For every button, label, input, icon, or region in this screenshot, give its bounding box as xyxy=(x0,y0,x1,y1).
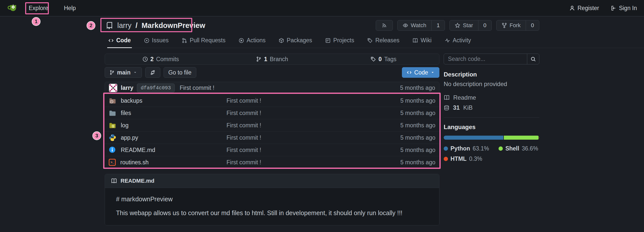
description-text: No description provided xyxy=(444,81,539,88)
readme-line: This webapp allows us to convert our md … xyxy=(116,209,428,217)
languages-title: Languages xyxy=(444,124,539,131)
repo-size: 31 KiB xyxy=(444,104,539,111)
language-bar xyxy=(444,136,539,140)
database-icon xyxy=(444,105,449,111)
star-button[interactable]: Star 0 xyxy=(449,20,492,31)
code-icon xyxy=(407,70,412,75)
top-navbar: Explore Help Register Sign In xyxy=(0,0,644,16)
branch-selector[interactable]: main xyxy=(105,67,142,78)
branches-stat[interactable]: 1 Branch xyxy=(216,54,328,64)
watch-count[interactable]: 1 xyxy=(431,20,445,30)
file-commit-time: 5 months ago xyxy=(397,122,439,129)
repo-header-actions: Watch 1 Star 0 xyxy=(376,20,539,31)
fork-button[interactable]: Fork 0 xyxy=(496,20,539,31)
branch-icon xyxy=(109,70,115,75)
clock-icon xyxy=(142,56,148,62)
nav-explore-link[interactable]: Explore xyxy=(22,5,55,12)
language-segment-python[interactable] xyxy=(444,136,503,140)
chevron-down-icon xyxy=(431,70,435,74)
tab-projects[interactable]: Projects xyxy=(324,37,355,48)
file-commit-time: 5 months ago xyxy=(397,97,439,104)
compare-icon xyxy=(150,70,156,75)
file-commit-message[interactable]: First commit ! xyxy=(226,110,397,117)
issue-icon xyxy=(144,38,149,43)
pull-request-icon xyxy=(182,38,187,43)
tag-icon xyxy=(370,56,376,62)
sign-in-link[interactable]: Sign In xyxy=(611,5,637,12)
sidebar: Description No description provided Read… xyxy=(444,54,539,162)
size-unit: KiB xyxy=(463,104,473,111)
tab-actions[interactable]: Actions xyxy=(238,37,267,48)
tab-activity[interactable]: Activity xyxy=(444,37,472,48)
compare-button[interactable] xyxy=(145,67,160,78)
language-segment-html[interactable] xyxy=(539,136,539,140)
file-commit-message[interactable]: First commit ! xyxy=(226,159,397,166)
language-segment-shell[interactable] xyxy=(504,136,539,140)
star-icon xyxy=(455,23,460,28)
file-row-backups[interactable]: backups First commit ! 5 months ago xyxy=(105,95,439,107)
book-icon xyxy=(412,38,418,43)
tab-code[interactable]: Code xyxy=(107,37,132,48)
tab-issues[interactable]: Issues xyxy=(143,37,170,48)
description-title: Description xyxy=(444,71,539,78)
tab-wiki[interactable]: Wiki xyxy=(411,37,432,48)
tab-releases[interactable]: Releases xyxy=(366,37,400,48)
legend-html[interactable]: HTML 0.3% xyxy=(444,156,539,162)
commit-author[interactable]: larry xyxy=(121,85,133,91)
go-to-file-button[interactable]: Go to file xyxy=(164,67,196,78)
commit-hash[interactable]: dfa9f4c093 xyxy=(137,84,175,92)
tab-packages[interactable]: Packages xyxy=(278,37,313,48)
sign-in-icon xyxy=(611,5,616,11)
repo-name[interactable]: MarkdownPreview xyxy=(141,21,205,30)
fork-count[interactable]: 0 xyxy=(526,20,539,30)
commit-message[interactable]: First commit ! xyxy=(180,85,214,91)
avatar[interactable] xyxy=(109,84,117,92)
latest-commit-panel: larry dfa9f4c093 First commit ! 5 months… xyxy=(105,82,439,94)
legend-python[interactable]: Python 63.1% xyxy=(444,145,489,152)
shell-color-dot xyxy=(499,146,503,151)
file-row-log[interactable]: log First commit ! 5 months ago xyxy=(105,119,439,132)
repo-tabs: Code Issues Pull Requests Actions Packag… xyxy=(107,34,644,48)
gitea-logo-icon[interactable] xyxy=(7,3,19,13)
commits-stat[interactable]: 2 Commits xyxy=(105,54,216,64)
rss-icon xyxy=(382,23,387,28)
readme-link[interactable]: Readme xyxy=(444,94,539,101)
file-commit-message[interactable]: First commit ! xyxy=(226,122,397,129)
file-commit-message[interactable]: First commit ! xyxy=(226,147,397,153)
file-row-app-py[interactable]: app.py First commit ! 5 months ago xyxy=(105,132,439,144)
main-column: 2 Commits 1 Branch 0 Tags xyxy=(105,54,439,225)
file-row-readme-md[interactable]: README.md First commit ! 5 months ago xyxy=(105,144,439,156)
terminal-icon: >_ xyxy=(109,159,116,166)
star-count[interactable]: 0 xyxy=(478,20,491,30)
folder-icon xyxy=(109,109,116,117)
folder-history-icon xyxy=(109,97,116,104)
search-icon xyxy=(531,56,536,62)
repo-stats-bar: 2 Commits 1 Branch 0 Tags xyxy=(105,54,439,65)
nav-help-link[interactable]: Help xyxy=(58,5,81,12)
readme-line: # markdownPreview xyxy=(116,196,428,203)
watch-button[interactable]: Watch 1 xyxy=(397,20,445,31)
fork-icon xyxy=(502,23,507,28)
legend-shell[interactable]: Shell 36.6% xyxy=(499,145,538,152)
readme-panel: README.md # markdownPreview This webapp … xyxy=(105,174,439,225)
code-download-button[interactable]: Code xyxy=(402,67,439,78)
file-commit-message[interactable]: First commit ! xyxy=(226,97,397,104)
search-input[interactable] xyxy=(444,54,527,64)
search-button[interactable] xyxy=(527,54,539,64)
register-link[interactable]: Register xyxy=(569,5,599,12)
repo-owner[interactable]: larry xyxy=(117,21,131,30)
file-row-routines-sh[interactable]: >_ routines.sh First commit ! 5 months a… xyxy=(105,156,439,169)
readme-header[interactable]: README.md xyxy=(105,174,439,188)
size-value: 31 xyxy=(453,104,460,111)
file-commit-time: 5 months ago xyxy=(397,147,439,153)
rss-button[interactable] xyxy=(376,20,393,31)
tags-stat[interactable]: 0 Tags xyxy=(328,54,439,64)
project-board-icon xyxy=(325,38,331,43)
pulse-icon xyxy=(445,38,450,43)
tab-pull-requests[interactable]: Pull Requests xyxy=(181,37,226,48)
book-icon xyxy=(111,178,117,184)
book-icon xyxy=(444,95,450,101)
file-row-files[interactable]: files First commit ! 5 months ago xyxy=(105,107,439,119)
readme-body: # markdownPreview This webapp allows us … xyxy=(105,188,439,225)
file-commit-message[interactable]: First commit ! xyxy=(226,134,397,141)
